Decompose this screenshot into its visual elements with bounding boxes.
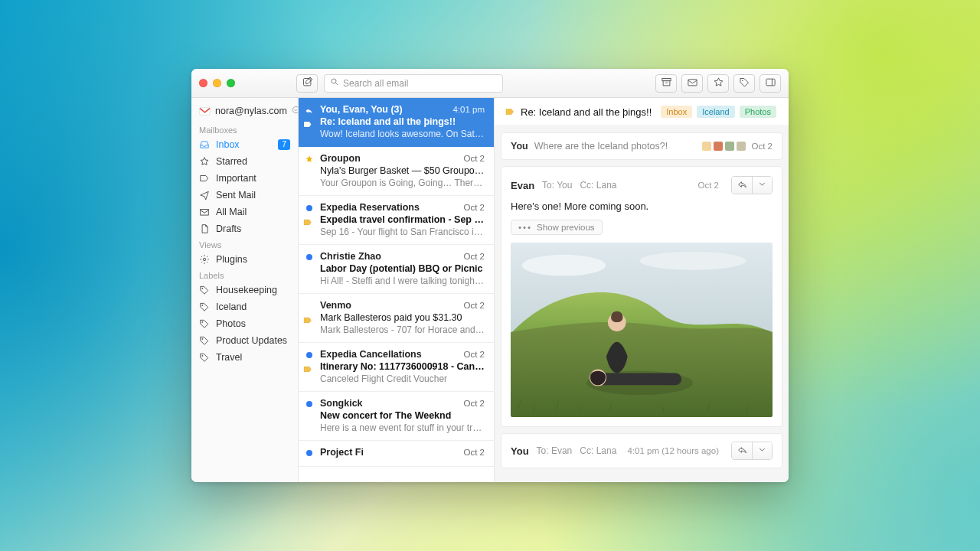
attachment-icons <box>702 142 746 151</box>
search-field[interactable] <box>324 74 503 93</box>
toolbar <box>191 69 789 98</box>
thread-item[interactable]: VenmoOct 2Mark Ballesteros paid you $31.… <box>299 294 494 343</box>
section-mailboxes: Mailboxes <box>191 122 298 136</box>
important-icon <box>199 173 210 184</box>
reply-menu-button[interactable] <box>752 442 772 459</box>
reply-icon <box>737 179 747 191</box>
thread-date: Oct 2 <box>464 252 485 261</box>
mail-icon <box>687 77 698 90</box>
archive-button[interactable] <box>655 74 677 93</box>
account-email: nora@nylas.com <box>215 106 287 116</box>
sidebar-item-iceland[interactable]: Iceland <box>191 298 298 315</box>
sidebar-item-drafts[interactable]: Drafts <box>191 220 298 237</box>
thread-subject: Nyla's Burger Basket — $50 Groupon t… <box>320 165 485 176</box>
thread-item[interactable]: Expedia ReservationsOct 2Expedia travel … <box>299 196 494 245</box>
sidebar-item-sent[interactable]: Sent Mail <box>191 187 298 204</box>
show-previous-button[interactable]: ••• Show previous <box>511 220 603 235</box>
thread-date: Oct 2 <box>464 350 485 359</box>
all-mail-icon <box>199 207 210 217</box>
flag-icon <box>303 121 312 128</box>
svg-point-10 <box>202 288 203 289</box>
sidebar-item-all-mail[interactable]: All Mail <box>191 204 298 220</box>
message-header: Re: Iceland and all the þings!! InboxIce… <box>495 98 789 126</box>
zoom-window[interactable] <box>227 79 235 87</box>
thread-item[interactable]: Expedia CancellationsOct 2Itinerary No: … <box>299 343 494 392</box>
expanded-to: To: You <box>542 180 572 191</box>
collapsed-date: Oct 2 <box>752 142 773 151</box>
sidebar-item-important[interactable]: Important <box>191 170 298 187</box>
thread-preview: Canceled Flight Credit Voucher <box>320 373 485 384</box>
svg-point-14 <box>202 355 203 356</box>
svg-rect-8 <box>201 210 209 216</box>
minimize-window[interactable] <box>213 79 221 87</box>
app-window: nora@nylas.com Mailboxes Inbox 7 Starred… <box>191 69 789 482</box>
sidebar-item-product-updates[interactable]: Product Updates <box>191 332 298 349</box>
svg-point-13 <box>202 338 203 339</box>
thread-item[interactable]: You, Evan, You (3)4:01 pmRe: Iceland and… <box>299 98 494 147</box>
flag-icon <box>505 106 514 118</box>
attached-photo[interactable] <box>511 243 773 417</box>
compose-button[interactable] <box>296 74 318 93</box>
thread-preview: Hi All! - Steffi and I were talking toni… <box>320 276 485 286</box>
mark-read-button[interactable] <box>681 74 703 93</box>
close-window[interactable] <box>199 79 207 87</box>
ellipsis-icon: ••• <box>518 223 532 232</box>
flag-icon <box>303 317 312 324</box>
collapsed-message[interactable]: You Where are the Iceland photos?! Oct 2 <box>501 132 782 160</box>
thread-item[interactable]: Christie ZhaoOct 2Labor Day (potential) … <box>299 245 494 294</box>
gmail-icon <box>199 107 211 116</box>
account-row[interactable]: nora@nylas.com <box>191 104 298 122</box>
reply-button[interactable] <box>732 442 752 459</box>
label-chip[interactable]: Photos <box>740 106 776 118</box>
sidebar-label: Photos <box>216 318 246 329</box>
sidebar-item-starred[interactable]: Starred <box>191 153 298 170</box>
svg-rect-3 <box>688 79 696 85</box>
thread-from: Expedia Cancellations <box>320 349 422 360</box>
toggle-pane-button[interactable] <box>760 74 781 93</box>
thread-item[interactable]: GrouponOct 2Nyla's Burger Basket — $50 G… <box>299 147 494 196</box>
svg-point-16 <box>522 255 606 276</box>
sidebar: nora@nylas.com Mailboxes Inbox 7 Starred… <box>191 98 299 482</box>
thread-from: You, Evan, You (3) <box>320 104 403 115</box>
thread-date: Oct 2 <box>464 154 485 163</box>
thread-from: Christie Zhao <box>320 251 381 262</box>
flag-icon <box>303 219 312 226</box>
reply-menu-button[interactable] <box>752 177 772 194</box>
sent-icon <box>199 190 210 201</box>
sidebar-item-housekeeping[interactable]: Housekeeping <box>191 282 298 298</box>
unread-dot <box>306 401 312 407</box>
inbox-icon <box>199 139 210 150</box>
sidebar-item-travel[interactable]: Travel <box>191 349 298 366</box>
thread-preview: Sep 16 - Your flight to San Francisco is… <box>320 227 485 237</box>
section-labels: Labels <box>191 268 298 282</box>
sidebar-item-inbox[interactable]: Inbox 7 <box>191 136 298 153</box>
svg-point-12 <box>202 321 203 322</box>
tag-icon <box>739 77 750 90</box>
thread-from: Project Fi <box>320 447 364 458</box>
thread-date: Oct 2 <box>464 301 485 310</box>
thread-subject: Re: Iceland and all the þings!! <box>320 116 485 127</box>
label-button[interactable] <box>733 74 755 93</box>
tag-icon <box>199 318 210 329</box>
svg-point-11 <box>202 305 203 305</box>
star-button[interactable] <box>707 74 729 93</box>
thread-subject: Itinerary No: 1117736000918 - Cance… <box>320 361 485 372</box>
label-chip[interactable]: Inbox <box>661 106 692 118</box>
search-input[interactable] <box>343 78 497 89</box>
expanded-message: Evan To: You Cc: Lana Oct 2 <box>501 166 782 427</box>
archive-icon <box>661 77 672 90</box>
thread-preview: Mark Ballesteros - 707 for Horace and me <box>320 324 485 335</box>
svg-point-7 <box>292 106 299 112</box>
label-chip[interactable]: Iceland <box>697 106 734 118</box>
sidebar-item-plugins[interactable]: Plugins <box>191 251 298 268</box>
plugins-icon <box>199 254 210 265</box>
reply-cc: Cc: Lana <box>580 445 616 456</box>
sidebar-item-photos[interactable]: Photos <box>191 315 298 332</box>
thread-item[interactable]: SongkickOct 2New concert for The WeekndH… <box>299 392 494 441</box>
thread-from: Songkick <box>320 398 363 409</box>
reply-button[interactable] <box>732 177 752 194</box>
search-icon <box>330 77 339 89</box>
thread-item[interactable]: Project FiOct 2 <box>299 441 494 467</box>
star-icon <box>199 156 210 167</box>
flag-icon <box>303 366 312 373</box>
